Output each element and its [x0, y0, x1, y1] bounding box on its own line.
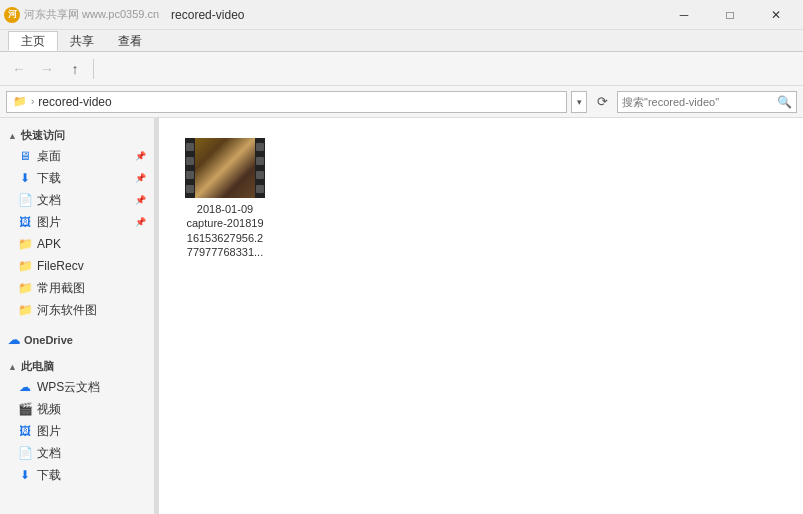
- film-strip-right: [255, 138, 265, 198]
- download-icon: ⬇: [18, 171, 32, 185]
- onedrive-label: OneDrive: [24, 334, 73, 346]
- sidebar-item-wps[interactable]: ☁ WPS云文档: [0, 376, 154, 398]
- tab-share[interactable]: 共享: [58, 31, 106, 51]
- sidebar-item-pictures2-label: 图片: [37, 423, 61, 440]
- window-title: recored-video: [171, 8, 244, 22]
- sidebar-item-videos[interactable]: 🎬 视频: [0, 398, 154, 420]
- pictures2-icon: 🖼: [18, 424, 32, 438]
- toolbar: ← → ↑: [0, 52, 803, 86]
- downloads2-icon: ⬇: [18, 468, 32, 482]
- apk-folder-icon: 📁: [18, 237, 32, 251]
- app-icon-label: 河: [8, 8, 17, 21]
- file-name: 2018-01-09 capture-201819 16153627956.2 …: [186, 202, 263, 259]
- tab-view[interactable]: 查看: [106, 31, 154, 51]
- search-input[interactable]: [622, 96, 772, 108]
- sidebar-item-downloads[interactable]: ⬇ 下载 📌: [0, 167, 154, 189]
- file-thumbnail: [185, 138, 265, 198]
- refresh-button[interactable]: ⟳: [591, 91, 613, 113]
- sidebar-item-desktop[interactable]: 🖥 桌面 📌: [0, 145, 154, 167]
- sidebar-item-filerecv[interactable]: 📁 FileRecv: [0, 255, 154, 277]
- forward-button[interactable]: →: [34, 56, 60, 82]
- main-area: ▲ 快速访问 🖥 桌面 📌 ⬇ 下载 📌 📄 文档 📌 🖼 图片: [0, 118, 803, 514]
- thispc-section: ▲ 此电脑: [0, 353, 154, 376]
- video-thumbnail: [185, 138, 265, 198]
- sidebar-item-hedong-label: 河东软件图: [37, 302, 97, 319]
- sidebar-item-apk[interactable]: 📁 APK: [0, 233, 154, 255]
- sidebar-item-screenshots-label: 常用截图: [37, 280, 85, 297]
- pin-icon: 📌: [135, 151, 146, 161]
- address-bar: 📁 › recored-video ▾ ⟳ 🔍: [0, 86, 803, 118]
- sidebar-item-wps-label: WPS云文档: [37, 379, 100, 396]
- hedong-folder-icon: 📁: [18, 303, 32, 317]
- watermark: 河东共享网 www.pc0359.cn: [24, 7, 159, 22]
- pin-icon-4: 📌: [135, 217, 146, 227]
- sidebar-item-pictures[interactable]: 🖼 图片 📌: [0, 211, 154, 233]
- sidebar-scroll: ▲ 快速访问 🖥 桌面 📌 ⬇ 下载 📌 📄 文档 📌 🖼 图片: [0, 122, 154, 510]
- onedrive-section: ☁ OneDrive: [0, 327, 154, 349]
- sidebar-item-filerecv-label: FileRecv: [37, 259, 84, 273]
- film-hole-r1: [256, 143, 264, 151]
- sidebar-item-desktop-label: 桌面: [37, 148, 61, 165]
- sidebar-item-hedong[interactable]: 📁 河东软件图: [0, 299, 154, 321]
- sidebar-item-screenshots[interactable]: 📁 常用截图: [0, 277, 154, 299]
- sidebar-item-documents2-label: 文档: [37, 445, 61, 462]
- sidebar-item-downloads-label: 下载: [37, 170, 61, 187]
- back-button[interactable]: ←: [6, 56, 32, 82]
- wps-icon: ☁: [18, 380, 32, 394]
- toolbar-separator: [93, 59, 94, 79]
- title-bar: 河 河东共享网 www.pc0359.cn recored-video ─ □ …: [0, 0, 803, 30]
- quick-access-label: 快速访问: [21, 128, 65, 143]
- breadcrumb-chevron: ›: [31, 96, 34, 107]
- document-icon: 📄: [18, 193, 32, 207]
- sidebar-item-pictures2[interactable]: 🖼 图片: [0, 420, 154, 442]
- sidebar: ▲ 快速访问 🖥 桌面 📌 ⬇ 下载 📌 📄 文档 📌 🖼 图片: [0, 118, 155, 514]
- desktop-icon: 🖥: [18, 149, 32, 163]
- film-strip-left: [185, 138, 195, 198]
- minimize-button[interactable]: ─: [661, 0, 707, 30]
- sidebar-item-documents[interactable]: 📄 文档 📌: [0, 189, 154, 211]
- title-bar-left: 河 河东共享网 www.pc0359.cn recored-video: [0, 7, 244, 23]
- film-hole-r2: [256, 157, 264, 165]
- sidebar-item-videos-label: 视频: [37, 401, 61, 418]
- app-icon: 河: [4, 7, 20, 23]
- file-item[interactable]: 2018-01-09 capture-201819 16153627956.2 …: [175, 134, 275, 263]
- address-dropdown[interactable]: ▾: [571, 91, 587, 113]
- sidebar-item-apk-label: APK: [37, 237, 61, 251]
- folder-icon: 📁: [13, 95, 27, 109]
- film-hole-r3: [256, 171, 264, 179]
- film-hole-r4: [256, 185, 264, 193]
- sidebar-item-downloads2[interactable]: ⬇ 下载: [0, 464, 154, 486]
- sidebar-item-documents-label: 文档: [37, 192, 61, 209]
- film-hole-4: [186, 185, 194, 193]
- maximize-button[interactable]: □: [707, 0, 753, 30]
- screenshots-folder-icon: 📁: [18, 281, 32, 295]
- thispc-label: 此电脑: [21, 359, 54, 374]
- film-hole-2: [186, 157, 194, 165]
- film-hole-3: [186, 171, 194, 179]
- breadcrumb[interactable]: 📁 › recored-video: [6, 91, 567, 113]
- quick-access-section: ▲ 快速访问: [0, 122, 154, 145]
- cloud-icon: ☁: [8, 333, 20, 347]
- file-grid: 2018-01-09 capture-201819 16153627956.2 …: [175, 134, 787, 263]
- ribbon-tabs: 主页 共享 查看: [0, 30, 803, 52]
- breadcrumb-text: recored-video: [38, 95, 111, 109]
- search-icon[interactable]: 🔍: [776, 94, 792, 110]
- sidebar-item-documents2[interactable]: 📄 文档: [0, 442, 154, 464]
- thispc-arrow: ▲: [8, 362, 17, 372]
- up-button[interactable]: ↑: [62, 56, 88, 82]
- quick-access-arrow: ▲: [8, 131, 17, 141]
- film-hole: [186, 143, 194, 151]
- pictures-icon: 🖼: [18, 215, 32, 229]
- content-area: 2018-01-09 capture-201819 16153627956.2 …: [159, 118, 803, 514]
- window-controls: ─ □ ✕: [661, 0, 799, 30]
- video-icon: 🎬: [18, 402, 32, 416]
- pin-icon-2: 📌: [135, 173, 146, 183]
- sidebar-item-downloads2-label: 下载: [37, 467, 61, 484]
- tab-home[interactable]: 主页: [8, 31, 58, 51]
- search-box[interactable]: 🔍: [617, 91, 797, 113]
- pin-icon-3: 📌: [135, 195, 146, 205]
- documents2-icon: 📄: [18, 446, 32, 460]
- filerecv-folder-icon: 📁: [18, 259, 32, 273]
- close-button[interactable]: ✕: [753, 0, 799, 30]
- sidebar-item-pictures-label: 图片: [37, 214, 61, 231]
